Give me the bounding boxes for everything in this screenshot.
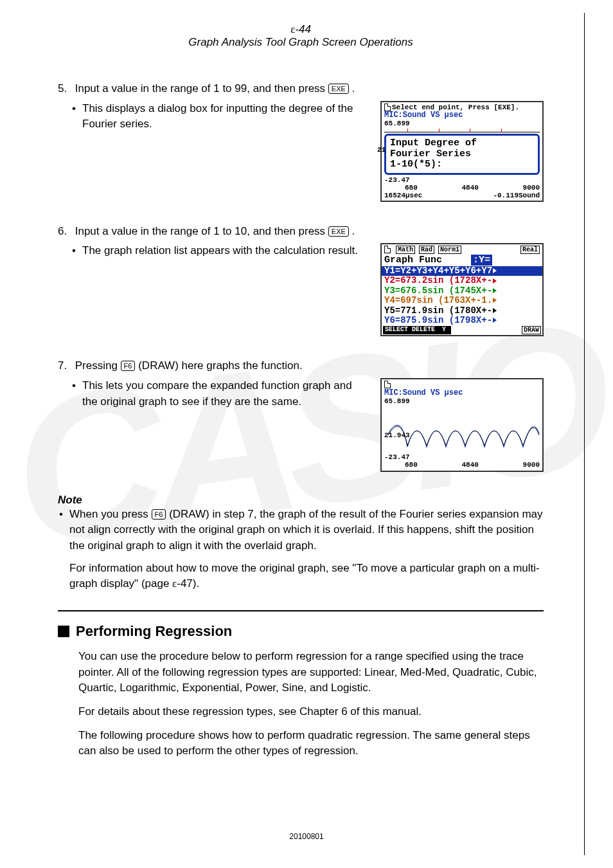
y4-line: Y4=697sin (1763X+-1. [382,296,542,305]
y2-line: Y2=673.2sin (1728X+- [382,276,542,285]
y5-line: Y5=771.9sin (1780X+- [382,306,542,316]
note-heading: Note [58,494,544,507]
draw-button: DRAW [522,326,541,334]
exe-key-icon: EXE [328,84,349,94]
graph-func-list-screenshot: Math Rad Norm1 Real Graph Func :Y= Y1=Y2… [380,243,544,336]
dialog-line: Fourier Series [390,149,534,160]
y1-line: Y1=Y2+Y3+Y4+Y5+Y6+Y7 [382,266,542,276]
step-text: . [352,82,355,95]
step-text: (DRAW) here graphs the function. [138,359,302,372]
step-6: 6. Input a value in the range of 1 to 10… [58,224,544,336]
scr-top-value: 65.899 [384,120,540,127]
section-paragraph: You can use the procedure below to perfo… [58,649,544,696]
step-number: 6. [58,224,72,240]
dialog-line: Input Degree of [390,138,534,149]
y3-line: Y3=676.5sin (1745X+- [382,286,542,296]
x-tick: 4840 [462,184,479,192]
x-tick: 9000 [523,184,540,192]
arrow-right-icon [493,288,497,293]
dialog-line: 1-10(*5): [390,159,534,170]
delete-button: DELETE [410,326,437,334]
scr-top-value: 65.899 [384,397,540,405]
note-text: -47). [177,577,199,590]
mode-chip: Real [520,246,540,254]
page-icon [384,246,391,253]
arrow-right-icon [493,268,497,273]
scr-mic-label: MIC:Sound VS μsec [384,111,540,120]
draw-result-screenshot: MIC:Sound VS μsec 65.899 21.943 -23.47 6… [380,378,544,472]
scr-side-value: 21 [377,146,386,154]
arrow-right-icon [493,298,497,303]
step-text: Input a value in the range of 1 to 99, a… [75,82,328,95]
note-text: When you press [69,508,152,520]
section-paragraph: For details about these regression types… [58,704,544,720]
footer-date: 20100801 [0,832,613,841]
graph-func-label: Graph Func [384,255,442,266]
y-button: Y [437,326,451,334]
step-5: 5. Input a value in the range of 1 to 99… [58,81,544,202]
section-paragraph: The following procedure shows how to per… [58,728,544,759]
section-heading: Performing Regression [58,623,544,640]
overlay-plot: 21.943 [382,408,542,452]
mode-chip: Math [396,246,415,254]
section-title: Performing Regression [76,623,232,640]
x-tick: 680 [405,184,418,192]
x-tick: 4840 [462,461,479,469]
step-bullet: This displays a dialog box for inputting… [58,101,368,132]
y-equals-label: :Y= [471,255,492,266]
exe-key-icon: EXE [328,226,349,237]
step-text: . [352,225,355,237]
x-tick: 680 [405,461,418,469]
y-neg-value: -23.47 [384,176,410,184]
step-bullet: The graph relation list appears with the… [58,243,368,259]
step-text: Pressing [75,359,121,372]
note-text: For information about how to move the or… [69,562,540,590]
step-text: Input a value in the range of 1 to 10, a… [75,225,328,237]
mode-chip: Rad [419,246,434,254]
page-title: Graph Analysis Tool Graph Screen Operati… [58,36,544,49]
f6-key-icon: F6 [152,509,166,520]
scr-mic-label: MIC:Sound VS μsec [384,389,540,397]
arrow-right-icon [493,308,497,313]
page-icon [384,381,391,388]
step-bullet: This lets you compare the expanded funct… [58,378,368,410]
square-bullet-icon [58,626,69,637]
arrow-right-icon [493,278,497,284]
footer-left: 16524μsec [384,192,422,199]
divider [58,610,544,611]
select-button: SELECT [383,326,410,334]
x-tick: 9000 [523,461,540,469]
page-header: ε-44 Graph Analysis Tool Graph Screen Op… [58,23,544,49]
y-neg-value: -23.47 [384,453,410,461]
step-7: 7. Pressing F6 (DRAW) here graphs the fu… [58,358,544,471]
footer-right: -0.119Sound [493,192,540,199]
page-num: -44 [295,23,311,35]
fourier-degree-dialog: 21 Input Degree of Fourier Series 1-10(*… [384,134,540,175]
mid-value: 21.943 [384,431,410,439]
arrow-right-icon [493,318,497,323]
fourier-dialog-screenshot: Select end point, Press [EXE]. MIC:Sound… [380,101,544,202]
step-number: 7. [58,358,72,374]
y6-line: Y6=875.9sin (1798X+- [382,316,542,325]
note-paragraph: For information about how to move the or… [69,561,544,592]
page-icon [384,104,391,111]
f6-key-icon: F6 [121,361,136,371]
note-bullet: When you press F6 (DRAW) in step 7, the … [69,507,544,554]
mode-chip: Norm1 [438,246,461,254]
scr-titlebar: Select end point, Press [EXE]. [392,104,519,111]
step-number: 5. [58,81,72,97]
